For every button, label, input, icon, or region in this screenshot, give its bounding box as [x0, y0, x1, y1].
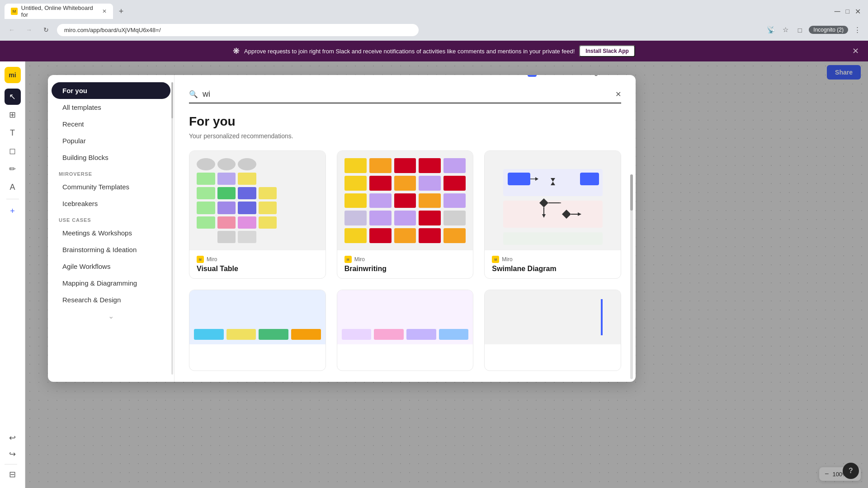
sidebar-item-building-blocks[interactable]: Building Blocks: [52, 149, 170, 166]
visual-table-info: M Miro Visual Table: [189, 250, 326, 278]
address-text: miro.com/app/board/uXjVMqU6x48=/: [64, 27, 161, 33]
sidebar-item-icebreakers[interactable]: Icebreakers: [52, 195, 170, 212]
visual-table-name: Visual Table: [197, 265, 318, 273]
select-tool-btn[interactable]: ↖: [5, 89, 21, 105]
template-card-swimlane[interactable]: M Miro Swimlane Diagram: [484, 150, 621, 279]
tab-favicon: M: [11, 8, 18, 15]
slack-banner: ❋ Approve requests to join right from Sl…: [0, 41, 868, 61]
sidebar-item-agile-workflows[interactable]: Agile Workflows: [52, 258, 170, 275]
use-cases-section-label: USE CASES: [48, 212, 174, 225]
sidebar-item-popular[interactable]: Popular: [52, 132, 170, 149]
template-thumb-4: [189, 290, 326, 344]
menu-icon[interactable]: ⋮: [852, 24, 863, 35]
tab-close-btn[interactable]: ✕: [102, 8, 107, 14]
template-card-4[interactable]: [189, 290, 326, 371]
miro-badge-2: M: [344, 256, 352, 263]
miro-badge-1: M: [197, 256, 204, 263]
slack-banner-text: Approve requests to join right from Slac…: [244, 48, 575, 55]
add-content-btn[interactable]: +: [5, 203, 21, 219]
refresh-btn[interactable]: ↻: [40, 23, 52, 36]
slack-banner-close[interactable]: ✕: [852, 46, 859, 56]
swimlane-svg: [494, 155, 612, 246]
content-scrollbar[interactable]: [630, 174, 633, 379]
show-creating-container: ✓ Show when creating a board: [528, 75, 621, 77]
sidebar-item-for-you[interactable]: For you: [52, 82, 170, 99]
show-creating-checkbox[interactable]: ✓: [528, 75, 537, 77]
template-content: ✓ Show when creating a board 🔍 ✕: [175, 75, 636, 382]
brainwriting-name: Brainwriting: [344, 265, 466, 273]
bw-grid: [337, 151, 473, 250]
frames-list-btn[interactable]: ⊟: [5, 466, 21, 483]
text-tool-btn[interactable]: T: [5, 125, 21, 141]
sidebar-item-meetings-workshops[interactable]: Meetings & Workshops: [52, 225, 170, 241]
modal-body: For you All templates Recent Popular Bui…: [48, 75, 636, 382]
search-clear-btn[interactable]: ✕: [615, 90, 621, 99]
sidebar-scroll-down[interactable]: ⌄: [48, 308, 174, 324]
window-maximize-btn[interactable]: □: [846, 8, 849, 15]
swimlane-author: M Miro: [492, 256, 613, 263]
new-tab-btn[interactable]: +: [115, 5, 127, 18]
template-card-brainwriting[interactable]: M Miro Brainwriting: [337, 150, 474, 279]
cast-icon[interactable]: 📡: [765, 24, 776, 35]
miro-logo[interactable]: mi: [5, 67, 21, 83]
tool-divider-2: [5, 464, 17, 465]
section-title: For you: [189, 114, 621, 129]
brainwriting-author: M Miro: [344, 256, 466, 263]
template-thumb-6: [485, 290, 621, 344]
window-minimize-btn[interactable]: ─: [835, 7, 840, 16]
sidebar-scrollbar[interactable]: [171, 82, 173, 375]
forward-btn[interactable]: →: [23, 23, 35, 36]
miroverse-section-label: MIROVERSE: [48, 166, 174, 178]
template-card-5[interactable]: [337, 290, 474, 371]
sidebar-item-brainstorming-ideation[interactable]: Brainstorming & Ideation: [52, 241, 170, 258]
sticky-tool-btn[interactable]: ◻: [5, 143, 21, 159]
browser-tab[interactable]: M Untitled, Online Whiteboard for ✕: [5, 4, 113, 19]
canvas-area[interactable]: ✕ For you All templates: [25, 61, 868, 488]
search-bar: 🔍 ✕: [189, 86, 621, 103]
sidebar-item-research-design[interactable]: Research & Design: [52, 291, 170, 308]
swimlane-name: Swimlane Diagram: [492, 265, 613, 273]
svg-rect-2: [503, 232, 603, 245]
pen-tool-btn[interactable]: ✏: [5, 161, 21, 177]
bookmark-icon[interactable]: ☆: [780, 24, 791, 35]
search-bar-container: 🔍 ✕: [189, 86, 621, 103]
template-card-6[interactable]: [484, 290, 621, 371]
search-input[interactable]: [203, 89, 611, 99]
slack-icon: ❋: [233, 46, 240, 56]
miro-badge-3: M: [492, 256, 499, 263]
eraser-tool-btn[interactable]: A: [5, 179, 21, 195]
address-bar[interactable]: miro.com/app/board/uXjVMqU6x48=/: [57, 24, 419, 36]
template-card-visual-table[interactable]: M Miro Visual Table: [189, 150, 326, 279]
swimlane-thumbnail: [485, 151, 621, 250]
miro-toolbar: mi ↖ ⊞ T ◻ ✏ A + ↩ ↪ ⊟: [0, 61, 25, 488]
brainwriting-info: M Miro Brainwriting: [337, 250, 473, 278]
template-grid: M Miro Visual Table: [189, 150, 621, 279]
window-close-btn[interactable]: ✕: [855, 7, 861, 16]
redo-btn[interactable]: ↪: [5, 446, 21, 462]
sidebar-item-mapping-diagramming[interactable]: Mapping & Diagramming: [52, 275, 170, 291]
svg-rect-4: [580, 173, 599, 185]
back-btn[interactable]: ←: [5, 23, 18, 36]
undo-btn[interactable]: ↩: [5, 430, 21, 446]
svg-rect-1: [503, 201, 603, 228]
sidebar-item-community-templates[interactable]: Community Templates: [52, 178, 170, 195]
template-thumb-5: [337, 290, 473, 344]
search-icon: 🔍: [189, 90, 198, 99]
template-sidebar: For you All templates Recent Popular Bui…: [48, 75, 175, 382]
visual-table-author: M Miro: [197, 256, 318, 263]
template-grid-2: [189, 290, 621, 371]
modal-overlay[interactable]: ✕ For you All templates: [25, 61, 868, 488]
visual-table-thumbnail: [189, 151, 326, 250]
incognito-badge: Incognito (2): [809, 26, 848, 34]
template-modal: ✕ For you All templates: [48, 75, 636, 382]
sidebar-item-recent[interactable]: Recent: [52, 116, 170, 132]
frames-tool-btn[interactable]: ⊞: [5, 107, 21, 123]
sidebar-scrollbar-thumb[interactable]: [171, 82, 173, 118]
sidebar-item-all-templates[interactable]: All templates: [52, 99, 170, 116]
extension-icon[interactable]: □: [794, 24, 805, 35]
tool-divider-1: [6, 199, 19, 199]
show-creating-label: Show when creating a board: [541, 75, 621, 76]
slack-install-btn[interactable]: Install Slack App: [579, 45, 635, 57]
tab-title: Untitled, Online Whiteboard for: [21, 5, 96, 18]
content-scrollbar-thumb[interactable]: [630, 174, 633, 211]
